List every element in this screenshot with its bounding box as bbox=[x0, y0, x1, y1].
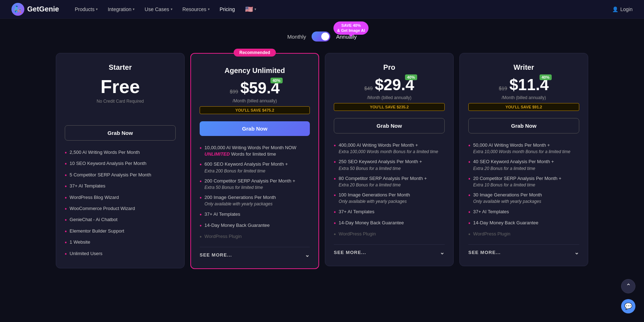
list-item: •250 SEO Keyword Analysis Per Month + Ex… bbox=[334, 158, 445, 171]
chevron-down-icon: ▾ bbox=[133, 7, 135, 11]
plan-price-starter: Free bbox=[101, 76, 140, 97]
bullet-icon: • bbox=[200, 144, 202, 152]
plan-period-pro: /Month (billed annually) bbox=[334, 95, 445, 100]
bullet-icon: • bbox=[468, 208, 470, 216]
bullet-icon: • bbox=[334, 158, 336, 166]
features-list-starter: •2,500 AI Writing Words Per Month •10 SE… bbox=[65, 149, 176, 258]
logo[interactable]: 🧞 GetGenie bbox=[11, 3, 59, 16]
scroll-top-button[interactable]: ⌃ bbox=[621, 279, 635, 293]
list-item: •10,00,000 AI Writing Words Per Month NO… bbox=[200, 145, 310, 157]
bullet-icon: • bbox=[334, 219, 336, 227]
see-more-pro[interactable]: SEE MORE... ⌄ bbox=[334, 244, 445, 256]
chat-button[interactable]: 💬 bbox=[621, 299, 635, 313]
see-more-writer[interactable]: SEE MORE... ⌄ bbox=[468, 244, 579, 256]
list-item: •200 Image Generations Per MonthOnly ava… bbox=[200, 194, 310, 207]
nav-item-pricing[interactable]: Pricing bbox=[215, 4, 239, 14]
bullet-icon: • bbox=[200, 177, 202, 185]
chevron-down-icon: ▾ bbox=[171, 7, 172, 11]
bullet-icon: • bbox=[334, 142, 336, 150]
list-item: •80 Competitor SERP Analysis Per Month +… bbox=[334, 175, 445, 188]
list-item: •5 Competitor SERP Analysis Per Month bbox=[65, 172, 176, 179]
logo-icon: 🧞 bbox=[11, 3, 24, 16]
billing-toggle-switch[interactable] bbox=[312, 31, 330, 42]
bullet-icon: • bbox=[334, 230, 336, 238]
bullet-icon: • bbox=[468, 142, 470, 150]
discount-tag-writer: 40% bbox=[540, 74, 552, 80]
save-badge: SAVE 40% & Get Image AI bbox=[333, 21, 369, 35]
bullet-icon: • bbox=[65, 250, 67, 258]
discount-tag-pro: 40% bbox=[405, 74, 417, 80]
toggle-knob bbox=[321, 33, 329, 40]
nav-item-products[interactable]: Products ▾ bbox=[70, 4, 102, 14]
list-item: •100 Image Generations Per MonthOnly ava… bbox=[334, 192, 445, 205]
plan-price-row-agency: $99 $59.4 40% bbox=[200, 79, 310, 97]
list-item: •50,000 AI Writing Words Per Month + Ext… bbox=[468, 142, 579, 155]
nav-item-resources[interactable]: Resources ▾ bbox=[178, 4, 214, 14]
billing-toggle: SAVE 40% & Get Image AI Monthly Annually bbox=[50, 31, 594, 42]
plan-price-row-writer: $19 $11.4 40% bbox=[468, 76, 579, 94]
navbar: 🧞 GetGenie Products ▾ Integration ▾ Use … bbox=[0, 0, 644, 19]
features-list-pro: •400,000 AI Writing Words Per Month + Ex… bbox=[334, 142, 445, 239]
flag-icon: 🇺🇸 bbox=[245, 5, 253, 13]
recommended-badge: Recommended bbox=[234, 49, 276, 57]
chevron-down-icon: ▾ bbox=[96, 7, 98, 11]
login-button[interactable]: 👤 Login bbox=[612, 6, 633, 12]
list-item: •37+ AI Templates bbox=[65, 183, 176, 190]
features-list-agency: •10,00,000 AI Writing Words Per Month NO… bbox=[200, 145, 310, 241]
chevron-down-icon: ⌄ bbox=[440, 249, 445, 256]
plan-price-row-starter: Free bbox=[65, 76, 176, 97]
bullet-icon: • bbox=[65, 239, 67, 247]
pricing-section: SAVE 40% & Get Image AI Monthly Annually… bbox=[36, 19, 608, 283]
monthly-label: Monthly bbox=[287, 34, 306, 40]
list-item: •14-Day Money Back Guarantee bbox=[334, 220, 445, 227]
list-item: •37+ AI Templates bbox=[468, 209, 579, 216]
chevron-down-icon: ▾ bbox=[254, 7, 256, 11]
nav-item-integration[interactable]: Integration ▾ bbox=[103, 4, 139, 14]
user-icon: 👤 bbox=[612, 6, 618, 12]
plan-original-price-writer: $19 bbox=[499, 86, 507, 91]
list-item: •37+ AI Templates bbox=[200, 211, 310, 219]
nav-links: Products ▾ Integration ▾ Use Cases ▾ Res… bbox=[70, 3, 612, 15]
grab-button-agency[interactable]: Grab Now bbox=[200, 121, 310, 136]
see-more-agency[interactable]: SEE MORE... ⌄ bbox=[200, 247, 310, 258]
list-item: •1 Website bbox=[65, 239, 176, 247]
bullet-icon: • bbox=[65, 149, 67, 157]
list-item: •Unlimited Users bbox=[65, 250, 176, 258]
plan-name-pro: Pro bbox=[334, 63, 445, 72]
savings-badge-writer: YOU'LL SAVE $91.2 bbox=[468, 103, 579, 111]
bullet-icon: • bbox=[200, 211, 202, 219]
bullet-icon: • bbox=[468, 175, 470, 183]
list-item: •Elementor Builder Support bbox=[65, 228, 176, 235]
bullet-icon: • bbox=[65, 205, 67, 213]
grab-button-pro[interactable]: Grab Now bbox=[334, 118, 445, 133]
list-item: •200 Competitor SERP Analysis Per Month … bbox=[200, 178, 310, 191]
plan-no-cc-starter: No Credit Card Required bbox=[65, 99, 176, 104]
savings-badge-agency: YOU'LL SAVE $475.2 bbox=[200, 106, 310, 114]
bullet-icon: • bbox=[200, 233, 202, 241]
list-item: •40 SEO Keyword Analysis Per Month + Ext… bbox=[468, 158, 579, 171]
chat-icon: 💬 bbox=[624, 302, 632, 310]
grab-button-starter[interactable]: Grab Now bbox=[65, 125, 176, 141]
bullet-icon: • bbox=[200, 222, 202, 230]
grab-button-writer[interactable]: Grab Now bbox=[468, 118, 579, 133]
bullet-icon: • bbox=[334, 175, 336, 183]
bullet-icon: • bbox=[65, 160, 67, 168]
list-item: •20 Competitor SERP Analysis Per Month +… bbox=[468, 175, 579, 188]
list-item: •2,500 AI Writing Words Per Month bbox=[65, 149, 176, 157]
list-item: •WordPress Plugin bbox=[468, 231, 579, 238]
plan-card-starter: Starter Free No Credit Card Required Gra… bbox=[56, 53, 185, 268]
nav-item-flag[interactable]: 🇺🇸 ▾ bbox=[241, 3, 260, 15]
logo-text: GetGenie bbox=[27, 5, 59, 13]
bullet-icon: • bbox=[468, 230, 470, 238]
nav-item-usecases[interactable]: Use Cases ▾ bbox=[140, 4, 176, 14]
plan-price-row-pro: $49 $29.4 40% bbox=[334, 76, 445, 94]
list-item: •14-Day Money Back Guarantee bbox=[200, 222, 310, 230]
bullet-icon: • bbox=[468, 191, 470, 199]
bullet-icon: • bbox=[468, 158, 470, 166]
bullet-icon: • bbox=[468, 219, 470, 227]
plan-name-starter: Starter bbox=[65, 63, 176, 72]
bullet-icon: • bbox=[65, 182, 67, 190]
list-item: •37+ AI Templates bbox=[334, 209, 445, 216]
features-list-writer: •50,000 AI Writing Words Per Month + Ext… bbox=[468, 142, 579, 239]
savings-badge-pro: YOU'LL SAVE $235.2 bbox=[334, 103, 445, 111]
